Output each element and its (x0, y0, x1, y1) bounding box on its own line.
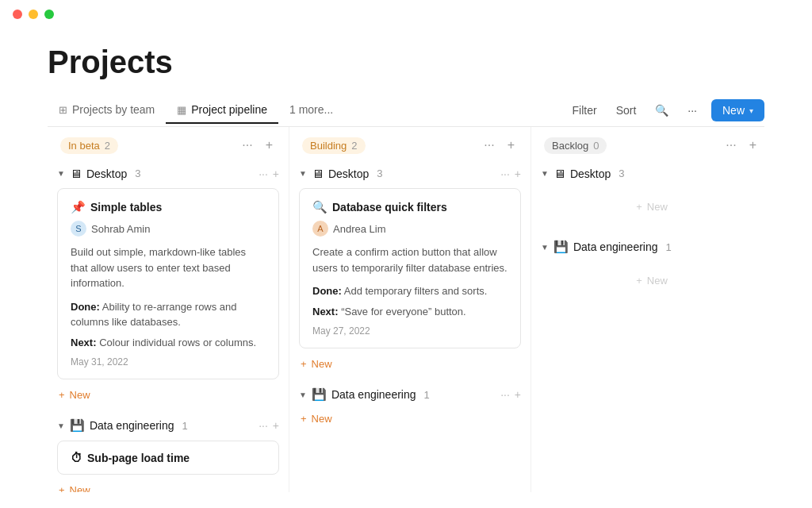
group-data-engineering-backlog[interactable]: ▼ 💾 Data engineering 1 (531, 235, 764, 259)
column-backlog: Backlog 0 ··· + ▼ 🖥 Desktop 3 + New (531, 127, 764, 492)
chevron-down-icon: ▾ (749, 106, 753, 115)
group-desktop-more[interactable]: ··· (259, 167, 268, 180)
col-header-backlog: Backlog 0 ··· + (531, 127, 764, 162)
group-toggle-desktop-building: ▼ (299, 169, 307, 178)
col-header-in-beta: In beta 2 ··· + (48, 127, 289, 162)
group-data-eng-building-add[interactable]: + (515, 388, 521, 401)
group-label-data-engineering: Data engineering (90, 419, 174, 432)
group-desktop[interactable]: ▼ 🖥 Desktop 3 ··· + (48, 162, 289, 185)
badge-building: Building 2 (302, 137, 366, 154)
col-backlog-more[interactable]: ··· (722, 137, 739, 154)
new-backlog-dataeng-btn[interactable]: + New (531, 259, 764, 302)
desktop-backlog-icon: 🖥 (553, 167, 565, 180)
column-in-beta: In beta 2 ··· + ▼ 🖥 Desktop 3 ··· + (48, 127, 289, 492)
board-icon: ▦ (177, 104, 186, 116)
group-toggle-data-engineering-backlog: ▼ (541, 243, 549, 252)
group-data-eng-add[interactable]: + (273, 419, 279, 432)
group-data-engineering[interactable]: ▼ 💾 Data engineering 1 ··· + (48, 414, 289, 437)
card-title-database-quick-filters: 🔍 Database quick filters (312, 200, 508, 214)
toolbar-right: Filter Sort 🔍 ··· New ▾ (568, 94, 765, 126)
col-in-beta-add[interactable]: + (262, 137, 276, 154)
card-next-database: Next: “Save for everyone” button. (312, 304, 508, 320)
maximize-button[interactable] (44, 10, 54, 19)
tab-project-pipeline-label: Project pipeline (191, 103, 267, 116)
card-database-quick-filters[interactable]: 🔍 Database quick filters A Andrea Lim Cr… (299, 188, 521, 348)
card-emoji-sub-page: ⏱ (71, 451, 82, 464)
group-toggle-data-engineering: ▼ (57, 421, 65, 430)
new-in-beta-desktop-btn[interactable]: + New (48, 383, 102, 407)
title-bar (0, 0, 812, 29)
desktop-building-icon: 🖥 (312, 167, 324, 180)
group-label-desktop-backlog: Desktop (570, 167, 611, 180)
new-building-dataeng-btn[interactable]: + New (289, 406, 343, 431)
card-author-database: A Andrea Lim (312, 221, 508, 237)
group-desktop-building-more[interactable]: ··· (500, 167, 510, 180)
data-engineering-backlog-icon: 💾 (553, 240, 569, 254)
cards-area-desktop-beta: 📌 Simple tables S Sohrab Amin Build out … (48, 185, 289, 383)
card-emoji-database: 🔍 (312, 200, 327, 214)
group-label-data-engineering-backlog: Data engineering (573, 241, 658, 253)
group-desktop-backlog[interactable]: ▼ 🖥 Desktop 3 (531, 162, 764, 185)
card-sub-page-load-time[interactable]: ⏱ Sub-page load time (57, 441, 279, 475)
column-building: Building 2 ··· + ▼ 🖥 Desktop 3 ··· + (289, 127, 531, 492)
filter-button[interactable]: Filter (568, 101, 602, 120)
group-data-eng-more[interactable]: ··· (259, 419, 268, 432)
col-building-more[interactable]: ··· (481, 137, 497, 154)
col-in-beta-more[interactable]: ··· (239, 137, 255, 154)
card-done-database: Done: Add temporary filters and sorts. (312, 283, 508, 299)
tab-projects-by-team[interactable]: ⊞ Projects by team (48, 97, 166, 124)
new-primary-button[interactable]: New ▾ (711, 99, 764, 121)
new-in-beta-dataeng-btn[interactable]: + New (48, 478, 102, 492)
group-desktop-building[interactable]: ▼ 🖥 Desktop 3 ··· + (289, 162, 530, 185)
cards-area-data-eng-beta: ⏱ Sub-page load time (48, 437, 289, 478)
group-data-eng-building-more[interactable]: ··· (500, 388, 510, 401)
group-label-desktop-building: Desktop (328, 167, 369, 180)
card-simple-tables[interactable]: 📌 Simple tables S Sohrab Amin Build out … (57, 188, 279, 379)
cards-area-desktop-building: 🔍 Database quick filters A Andrea Lim Cr… (289, 185, 530, 352)
avatar-sohrab: S (71, 221, 86, 237)
page-title: Projects (48, 44, 764, 80)
group-desktop-add[interactable]: + (273, 167, 279, 180)
group-desktop-building-add[interactable]: + (515, 167, 521, 180)
group-toggle-data-engineering-building: ▼ (299, 391, 307, 399)
card-desc-simple-tables: Build out simple, markdown-like tables t… (71, 244, 266, 291)
group-toggle-desktop-backlog: ▼ (541, 169, 549, 178)
new-building-desktop-btn[interactable]: + New (289, 352, 343, 376)
more-options-button[interactable]: ··· (683, 101, 702, 120)
card-date-simple-tables: May 31, 2022 (71, 356, 266, 368)
group-label-data-engineering-building: Data engineering (331, 388, 416, 401)
col-header-building: Building 2 ··· + (289, 127, 530, 162)
group-toggle-desktop: ▼ (57, 169, 65, 178)
card-title-simple-tables: 📌 Simple tables (71, 200, 266, 214)
avatar-andrea: A (312, 221, 328, 237)
card-emoji-simple-tables: 📌 (71, 200, 86, 214)
sort-button[interactable]: Sort (611, 101, 642, 120)
group-label-desktop: Desktop (86, 167, 127, 180)
card-author-simple-tables: S Sohrab Amin (71, 221, 266, 237)
tab-more-label: 1 more... (289, 103, 333, 116)
card-next-simple-tables: Next: Colour individual rows or columns. (71, 335, 266, 351)
search-button[interactable]: 🔍 (650, 101, 673, 120)
card-desc-database: Create a confirm action button that allo… (312, 244, 508, 275)
group-data-engineering-building[interactable]: ▼ 💾 Data engineering 1 ··· + (289, 383, 530, 406)
new-backlog-desktop-btn[interactable]: + New (531, 185, 764, 229)
badge-in-beta: In beta 2 (60, 137, 118, 154)
tab-projects-by-team-label: Projects by team (72, 103, 155, 116)
card-done-simple-tables: Done: Ability to re-arrange rows and col… (71, 299, 266, 330)
card-title-sub-page-load-time: ⏱ Sub-page load time (71, 451, 266, 464)
desktop-icon: 🖥 (70, 167, 82, 180)
data-engineering-building-icon: 💾 (312, 387, 327, 402)
tab-project-pipeline[interactable]: ▦ Project pipeline (166, 97, 278, 124)
board-area: In beta 2 ··· + ▼ 🖥 Desktop 3 ··· + (48, 127, 764, 492)
tab-more[interactable]: 1 more... (278, 97, 344, 124)
card-date-database: May 27, 2022 (312, 325, 508, 337)
minimize-button[interactable] (29, 10, 38, 19)
col-backlog-add[interactable]: + (746, 137, 760, 154)
badge-backlog: Backlog 0 (544, 137, 607, 154)
col-building-add[interactable]: + (504, 137, 518, 154)
data-engineering-icon: 💾 (70, 418, 85, 433)
main-content: Projects ⊞ Projects by team ▦ Project pi… (0, 44, 812, 492)
table-icon: ⊞ (59, 104, 67, 116)
close-button[interactable] (13, 10, 22, 19)
tab-bar: ⊞ Projects by team ▦ Project pipeline 1 … (48, 94, 764, 127)
